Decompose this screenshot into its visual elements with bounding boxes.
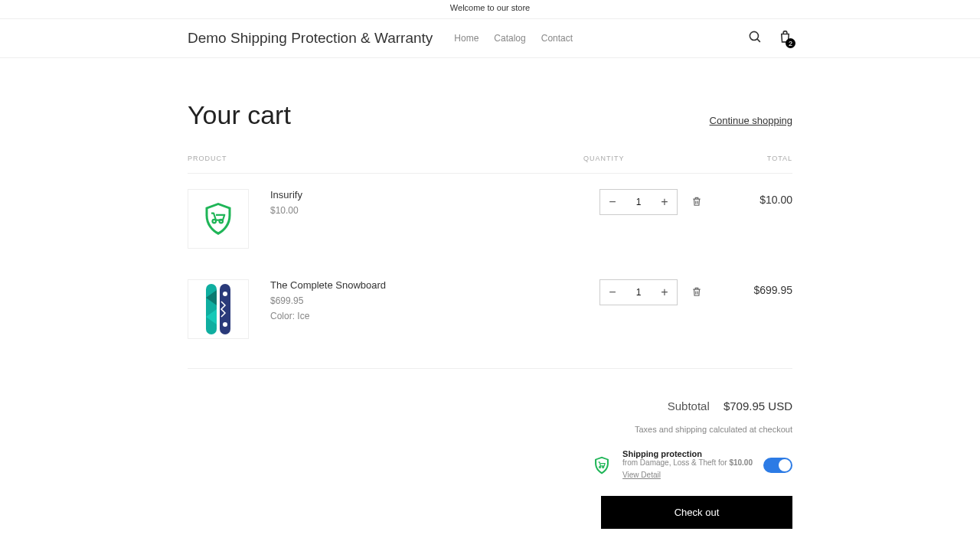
announcement-bar: Welcome to our store <box>0 0 980 19</box>
trash-icon <box>691 285 702 298</box>
tax-note: Taxes and shipping calculated at checkou… <box>188 425 792 434</box>
cart-row: Insurify $10.00 − 1 + $10.00 <box>188 174 792 264</box>
cart-count-badge: 2 <box>786 38 795 48</box>
trash-icon <box>691 195 702 207</box>
qty-value: 1 <box>625 197 652 207</box>
shipping-protection-widget: Shipping protection from Damage, Loss & … <box>188 449 792 481</box>
qty-decrease-button[interactable]: − <box>600 280 625 305</box>
svg-point-9 <box>223 322 227 327</box>
protection-description: from Damage, Loss & Theft for $10.00 <box>622 458 753 467</box>
column-product: PRODUCT <box>188 155 583 162</box>
search-button[interactable] <box>748 30 763 47</box>
nav-catalog[interactable]: Catalog <box>494 33 525 44</box>
qty-value: 1 <box>625 287 652 298</box>
qty-decrease-button[interactable]: − <box>600 190 625 214</box>
product-image <box>188 279 249 339</box>
protection-toggle[interactable] <box>763 458 792 473</box>
cart-summary: Subtotal $709.95 USD Taxes and shipping … <box>188 399 792 481</box>
continue-shopping-link[interactable]: Continue shopping <box>710 115 792 126</box>
remove-item-button[interactable] <box>691 279 702 300</box>
subtotal-label: Subtotal <box>668 399 710 412</box>
search-icon <box>748 30 763 44</box>
subtotal-value: $709.95 USD <box>724 399 792 412</box>
page-title: Your cart <box>188 100 291 130</box>
subtotal-row: Subtotal $709.95 USD <box>188 399 792 412</box>
snowboard-icon <box>204 282 232 336</box>
product-price: $699.95 <box>270 295 599 306</box>
quantity-stepper: − 1 + <box>599 189 678 215</box>
nav-contact[interactable]: Contact <box>541 33 573 44</box>
column-quantity: QUANTITY <box>583 155 702 162</box>
main-nav: Home Catalog Contact <box>454 33 573 44</box>
shield-icon <box>200 201 237 237</box>
column-total: TOTAL <box>702 155 792 162</box>
product-price: $10.00 <box>270 205 599 216</box>
protection-detail-link[interactable]: View Detail <box>622 471 661 479</box>
line-total: $699.95 <box>702 279 792 339</box>
product-name: The Complete Snowboard <box>270 279 599 291</box>
protection-title: Shipping protection <box>622 449 753 458</box>
svg-point-0 <box>750 31 758 40</box>
site-header: Demo Shipping Protection & Warranty Home… <box>0 19 980 58</box>
svg-line-1 <box>757 39 760 42</box>
remove-item-button[interactable] <box>691 189 702 210</box>
product-image <box>188 189 249 249</box>
nav-home[interactable]: Home <box>454 33 479 44</box>
cart-table-header: PRODUCT QUANTITY TOTAL <box>188 155 792 174</box>
cart-row: The Complete Snowboard $699.95 Color: Ic… <box>188 264 792 354</box>
shield-icon <box>592 455 612 475</box>
product-name: Insurify <box>270 189 599 201</box>
product-variant: Color: Ice <box>270 311 599 321</box>
brand-title: Demo Shipping Protection & Warranty <box>188 30 433 47</box>
svg-point-8 <box>223 292 227 296</box>
divider <box>188 368 792 369</box>
qty-increase-button[interactable]: + <box>652 280 677 305</box>
qty-increase-button[interactable]: + <box>652 190 677 214</box>
checkout-button[interactable]: Check out <box>601 496 792 529</box>
cart-container: Your cart Continue shopping PRODUCT QUAN… <box>188 58 792 481</box>
line-total: $10.00 <box>702 189 792 249</box>
quantity-stepper: − 1 + <box>599 279 678 305</box>
cart-button[interactable]: 2 <box>778 30 792 47</box>
